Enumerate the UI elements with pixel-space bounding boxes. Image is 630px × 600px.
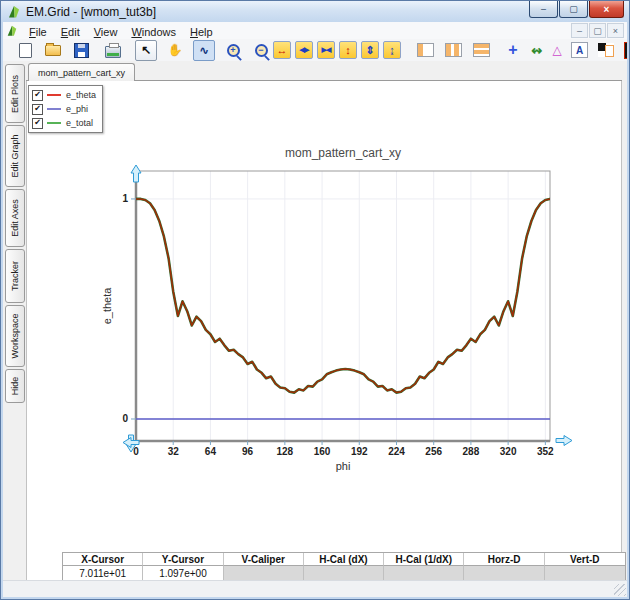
mdi-restore-button[interactable]: ▢ [589,23,606,38]
maximize-button[interactable]: ▢ [559,1,588,18]
sidebar-tab-label: Hide [10,377,20,396]
menu-file[interactable]: File [22,25,54,39]
tab-mom-pattern-cart-xy[interactable]: mom_pattern_cart_xy [28,63,135,81]
split-vertical-icon[interactable] [443,41,463,60]
minimize-button[interactable]: – [529,1,558,18]
main-area: Edit PlotsEdit GraphEdit AxesTrackerWork… [3,61,627,581]
x-tick-label: 192 [351,446,368,457]
menu-edit[interactable]: Edit [54,25,87,39]
x-axis-label: phi [336,460,351,472]
side-tab-strip: Edit PlotsEdit GraphEdit AxesTrackerWork… [3,61,26,581]
legend-swatch-e_total [47,122,61,124]
text-annotation-icon[interactable]: A [571,42,588,58]
sidebar-tab-edit-plots[interactable]: Edit Plots [5,64,25,123]
cursor-col-value [464,566,544,580]
open-file-icon[interactable] [43,41,63,60]
cursor-col-value [545,566,625,580]
y-axis-top-arrow[interactable] [131,165,141,182]
legend-swatch-e_phi [47,108,61,110]
sidebar-tab-hide[interactable]: Hide [5,369,25,403]
zoom-out-icon[interactable]: − [251,41,271,60]
x-tick-label: 128 [277,446,294,457]
sidebar-tab-label: Workspace [10,314,20,359]
caliper-tool-icon[interactable]: ↭ [527,41,547,60]
legend-label-e_phi: e_phi [66,104,88,114]
legend-label-e_theta: e_theta [66,90,96,100]
x-tick-label: 256 [425,446,442,457]
close-button[interactable]: × [589,1,624,18]
x-tick-label: 64 [205,446,217,457]
legend-checkbox-e_total[interactable]: ✔ [32,118,43,129]
series-e_theta [136,199,550,393]
plot-panel: 032649612816019222425628832035201mom_pat… [26,81,622,581]
open-file-glyph [45,45,61,56]
legend-label-e_total: e_total [66,118,93,128]
cursor-col-header: Y-Cursor [143,553,223,566]
x-tick-label: 32 [168,446,180,457]
mdi-close-button[interactable]: × [607,23,624,38]
y-tick-label: 0 [122,413,128,424]
menu-windows[interactable]: Windows [124,25,183,39]
cursor-col-header: H-Cal (dX) [304,553,384,566]
legend-row-e_phi: ✔e_phi [32,102,96,116]
tab-bar: mom_pattern_cart_xy [26,61,622,81]
sidebar-tab-tracker[interactable]: Tracker [5,249,25,303]
spread-x-icon[interactable]: ◀▶ [295,41,313,59]
x-tick-label: 320 [500,446,517,457]
cursor-col-value [304,566,384,580]
cursor-col-header: X-Cursor [63,553,143,566]
sidebar-tab-edit-axes[interactable]: Edit Axes [5,189,25,247]
compress-y-icon[interactable]: ↨ [383,41,401,59]
new-file-glyph [19,43,32,58]
new-file-icon[interactable] [15,41,35,60]
x-tick-label: 224 [388,446,405,457]
print-icon[interactable] [103,41,123,60]
plot-border [136,171,550,441]
sidebar-tab-label: Edit Axes [10,199,20,237]
cursor-table-value-row: 7.011e+011.097e+00 [63,566,625,580]
sidebar-tab-label: Tracker [10,261,20,291]
cursor-col-value [384,566,464,580]
zoom-in-icon[interactable]: + [223,41,243,60]
spread-y-icon[interactable]: ⇕ [361,41,379,59]
inset-plot-glyph [598,43,614,57]
pointer-tool-icon[interactable]: ↖ [135,40,157,61]
sidebar-tab-edit-graph[interactable]: Edit Graph [5,125,25,187]
legend-row-e_theta: ✔e_theta [32,88,96,102]
window-title: EM.Grid - [wmom_tut3b] [26,5,528,19]
sidebar-tab-workspace[interactable]: Workspace [5,305,25,367]
chart-canvas[interactable]: 032649612816019222425628832035201mom_pat… [27,81,627,551]
document-icon [6,25,18,37]
expand-x-icon[interactable]: ↔ [273,41,291,59]
inset-plot-icon[interactable] [596,41,616,60]
trace-select-tool-icon[interactable]: ∿ [193,40,215,61]
app-icon [7,5,21,19]
sidebar-tab-label: Edit Graph [10,134,20,177]
mdi-minimize-button[interactable]: – [571,23,588,38]
save-file-glyph [74,43,89,58]
content-area: mom_pattern_cart_xy 03264961281601922242… [26,61,622,581]
cursor-col-header: V-Caliper [224,553,304,566]
title-bar: EM.Grid - [wmom_tut3b] – ▢ × [1,1,629,22]
slope-marker-icon[interactable]: △ [547,41,567,60]
crosshair-cursor-icon[interactable]: + [503,41,523,60]
legend-checkbox-e_phi[interactable]: ✔ [32,104,43,115]
save-file-icon[interactable] [71,41,91,60]
split-vertical-glyph [445,43,462,57]
x-tick-label: 96 [242,446,254,457]
expand-y-icon[interactable]: ↕ [339,41,357,59]
legend-checkbox-e_theta[interactable]: ✔ [32,90,43,101]
pan-tool-icon[interactable]: ✋ [165,41,185,60]
compress-x-icon[interactable]: ▶◀ [317,41,335,59]
toolbar: ↖✋∿+−↔◀▶▶◀↕⇕↨+↭△A∿∿↕↔≡Layout [3,39,627,62]
split-horizontal-icon[interactable] [471,41,491,60]
plot-style-active-icon[interactable]: ∿ [624,42,627,59]
menu-view[interactable]: View [87,25,125,39]
menu-help[interactable]: Help [183,25,220,39]
x-axis-right-arrow[interactable] [556,436,572,446]
chart-title: mom_pattern_cart_xy [285,146,401,160]
cursor-col-value [224,566,304,580]
single-pane-icon[interactable] [415,41,435,60]
print-glyph [105,46,121,58]
resize-grip[interactable] [614,584,626,596]
